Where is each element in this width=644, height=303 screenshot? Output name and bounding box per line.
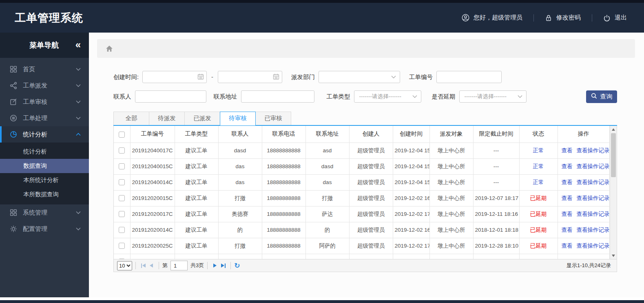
table-row: 201912020014C建议工单的18888888888的超级管理员2019-… <box>114 222 610 238</box>
first-page-button[interactable] <box>139 261 147 270</box>
sidebar-item-process[interactable]: 工单处理 <box>0 110 89 126</box>
cell-order-no: 201912020015C <box>130 190 175 206</box>
cell-order-type: 建议工单 <box>175 222 218 238</box>
view-log-link[interactable]: 查看操作记录 <box>577 163 610 169</box>
address-input[interactable] <box>241 90 314 103</box>
next-page-button[interactable] <box>211 261 219 270</box>
row-checkbox[interactable] <box>119 259 125 259</box>
sidebar-subitem-1[interactable]: 数据查询 <box>0 159 89 173</box>
cell-contact: 的 <box>218 222 262 238</box>
view-link[interactable]: 查看 <box>562 147 573 154</box>
row-checkbox[interactable] <box>119 243 125 249</box>
view-log-link[interactable]: 查看操作记录 <box>577 243 610 249</box>
row-checkbox[interactable] <box>119 179 125 185</box>
tab-4[interactable]: 已审核 <box>255 112 291 125</box>
calendar-icon[interactable] <box>197 73 204 81</box>
column-header: 工单类型 <box>175 126 218 143</box>
sidebar-item-label: 工单派发 <box>23 82 47 90</box>
scroll-down-button[interactable] <box>610 252 617 259</box>
cell-phone: 18888888888 <box>262 143 305 158</box>
view-log-link[interactable]: 查看操作记录 <box>577 179 610 185</box>
sidebar-item-system[interactable]: 系统管理 <box>0 204 89 221</box>
view-link[interactable]: 查看 <box>562 163 573 169</box>
page-size-select[interactable]: 10 <box>117 261 132 270</box>
sidebar-item-review[interactable]: 工单审核 <box>0 94 89 110</box>
view-log-link[interactable]: 查看操作记录 <box>577 147 610 154</box>
change-password-button[interactable]: 修改密码 <box>545 14 581 22</box>
view-log-link[interactable]: 查看操作记录 <box>577 211 610 217</box>
cell-empty <box>558 254 610 259</box>
sidebar-item-stats[interactable]: 统计分析 <box>0 126 89 143</box>
change-password-label: 修改密码 <box>556 14 581 22</box>
checkbox-cell <box>114 222 130 238</box>
delayed-select[interactable]: -------请选择------- <box>459 90 527 103</box>
tab-1[interactable]: 待派发 <box>149 112 185 125</box>
view-link[interactable]: 查看 <box>562 227 573 233</box>
contact-input[interactable] <box>135 90 206 103</box>
tab-2[interactable]: 已派发 <box>184 112 220 125</box>
view-link[interactable]: 查看 <box>562 243 573 249</box>
pager-divider <box>230 262 231 269</box>
scrollbar-thumb[interactable] <box>611 133 616 177</box>
header-actions: 您好，超级管理员 修改密码 退出 <box>462 14 627 22</box>
cell-deadline: --- <box>473 174 519 190</box>
table-header-row: 工单编号工单类型联系人联系电话联系地址创建人创建时间派发对象限定截止时间状态操作 <box>114 126 610 143</box>
logout-button[interactable]: 退出 <box>603 14 627 22</box>
scroll-up-button[interactable] <box>610 126 617 133</box>
tab-3[interactable]: 待审核 <box>220 112 256 126</box>
refresh-icon[interactable]: ↻ <box>234 261 240 270</box>
sidebar-item-home[interactable]: 首页 <box>0 61 89 77</box>
cell-order-no: 201912020025C <box>130 238 175 254</box>
prev-page-button[interactable] <box>147 261 155 270</box>
row-checkbox[interactable] <box>119 227 125 233</box>
checkbox-cell <box>114 174 130 190</box>
address-label: 联系地址 <box>214 93 237 101</box>
cell-contact: das <box>218 174 262 190</box>
table-scrollbar[interactable] <box>610 126 617 259</box>
view-link[interactable]: 查看 <box>562 195 573 201</box>
cell-order-type: 建议工单 <box>175 206 218 222</box>
view-log-link[interactable]: 查看操作记录 <box>577 195 610 201</box>
sidebar-subitem-2[interactable]: 本所统计分析 <box>0 173 89 187</box>
collapse-sidebar-icon[interactable]: « <box>75 39 80 50</box>
cell-order-no: 201912040015C <box>130 158 175 174</box>
column-header: 创建人 <box>349 126 393 143</box>
sidebar-item-label: 工单审核 <box>23 98 47 106</box>
sidebar-item-dispatch[interactable]: 工单派发 <box>0 77 89 94</box>
home-icon[interactable] <box>105 45 113 52</box>
header-divider <box>592 14 592 22</box>
row-checkbox[interactable] <box>119 211 125 217</box>
search-button[interactable]: 查询 <box>586 90 617 103</box>
sidebar-title: 菜单导航 <box>29 40 59 50</box>
page-input[interactable] <box>170 261 188 270</box>
header-divider <box>533 14 534 22</box>
cell-status: 已延期 <box>519 190 558 206</box>
sidebar-item-config[interactable]: 配置管理 <box>0 221 89 237</box>
order-type-label: 工单类型 <box>327 93 350 101</box>
chevron-down-icon <box>76 100 81 103</box>
order-no-input[interactable] <box>436 71 502 83</box>
row-checkbox[interactable] <box>119 195 125 201</box>
row-checkbox[interactable] <box>119 163 125 169</box>
sidebar-subitem-3[interactable]: 本所数据查询 <box>0 187 89 202</box>
window-top-strip <box>0 0 644 3</box>
date-range-separator: - <box>211 74 213 80</box>
tab-0[interactable]: 全部 <box>113 112 149 125</box>
order-type-select[interactable]: -------请选择------- <box>354 90 421 103</box>
cell-creator: 超级管理员 <box>349 222 393 238</box>
view-link[interactable]: 查看 <box>562 179 573 185</box>
view-log-link[interactable]: 查看操作记录 <box>577 227 610 233</box>
last-page-button[interactable] <box>219 261 227 270</box>
main-content: 创建时间: - <box>89 33 644 297</box>
view-link[interactable]: 查看 <box>562 211 573 217</box>
cell-empty <box>519 254 558 259</box>
select-all-checkbox[interactable] <box>119 132 125 138</box>
dispatch-dept-select[interactable] <box>319 71 400 83</box>
calendar-icon[interactable] <box>273 73 279 81</box>
cell-deadline: 2019-12-28 18:10 <box>473 238 519 254</box>
cell-actions: 查看查看操作记录 <box>558 190 610 206</box>
row-checkbox[interactable] <box>119 147 125 154</box>
sidebar-subitem-0[interactable]: 统计分析 <box>0 145 89 159</box>
filter-row-2: 联系人 联系地址 工单类型 -------请选择------- 是否延期 ---… <box>113 90 617 103</box>
cell-actions: 查看查看操作记录 <box>558 238 610 254</box>
